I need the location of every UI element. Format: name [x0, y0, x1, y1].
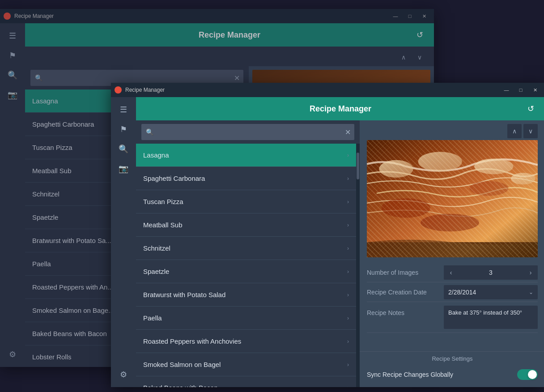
recipe-image-svg: [367, 140, 538, 257]
flag-icon-bg[interactable]: ⚑: [4, 47, 21, 64]
meta-section: Number of Images ‹ 3 › Recip: [360, 263, 544, 351]
app-header-title-fg: Recipe Manager: [157, 104, 523, 114]
scrollbar-thumb-fg: [357, 153, 359, 179]
title-bar-bg: Recipe Manager — □ ✕: [0, 9, 434, 23]
search-field-icon-bg: 🔍: [35, 74, 42, 81]
svg-point-5: [418, 152, 462, 171]
nav-arrows-bg: ∧ ∨: [25, 47, 434, 66]
nav-arrows-fg: ∧ ∨: [360, 120, 544, 140]
image-count-next[interactable]: ›: [523, 265, 538, 280]
creation-date-value-wrap: 2/28/2014 ⌄: [444, 285, 538, 299]
close-button-fg[interactable]: ✕: [529, 85, 541, 94]
recipe-item-fg-7[interactable]: Paella ›: [136, 307, 356, 330]
list-wrap-fg: Lasagna › Spaghetti Carbonara › Tuscan P…: [136, 144, 360, 387]
main-area-fg: Recipe Manager ↺ 🔍 ✕: [136, 97, 544, 387]
window-foreground: Recipe Manager — □ ✕ ☰ ⚑ 🔍 📷 ⚙ Recipe Ma…: [111, 83, 544, 387]
creation-date-value: 2/28/2014: [448, 289, 476, 296]
recipe-item-fg-1[interactable]: Spaghetti Carbonara ›: [136, 167, 356, 190]
svg-rect-0: [367, 140, 538, 257]
sync-row: Sync Recipe Changes Globally: [367, 366, 538, 383]
notes-textarea[interactable]: Bake at 375° instead of 350°: [444, 306, 538, 329]
camera-icon-bg[interactable]: 📷: [4, 86, 21, 104]
creation-date-dropdown[interactable]: 2/28/2014 ⌄: [444, 285, 538, 299]
notes-row: Recipe Notes Bake at 375° instead of 350…: [367, 302, 538, 333]
recipe-item-fg-10[interactable]: Baked Beans with Bacon ›: [136, 376, 356, 387]
settings-icon-bg[interactable]: ⚙: [4, 345, 21, 363]
menu-icon-fg[interactable]: ☰: [115, 101, 132, 119]
prev-arrow-bg[interactable]: ∧: [396, 50, 411, 64]
content-split-fg: 🔍 ✕ Lasagna › Spaghetti Carbo: [136, 120, 544, 387]
recipe-item-fg-6[interactable]: Bratwurst with Potato Salad ›: [136, 283, 356, 307]
creation-date-row: Recipe Creation Date 2/28/2014 ⌄: [367, 282, 538, 302]
scrollbar-fg: [356, 144, 360, 387]
sync-label: Sync Recipe Changes Globally: [367, 371, 453, 378]
num-images-row: Number of Images ‹ 3 ›: [367, 263, 538, 282]
num-images-value-wrap: ‹ 3 ›: [444, 265, 538, 280]
notes-label: Recipe Notes: [367, 306, 438, 316]
next-arrow-bg[interactable]: ∨: [412, 50, 427, 64]
notes-value-wrap: Bake at 375° instead of 350°: [444, 306, 538, 329]
svg-point-7: [511, 173, 536, 184]
svg-point-1: [382, 198, 430, 218]
app-icon-fg: [115, 86, 122, 94]
svg-point-2: [469, 181, 508, 196]
settings-title: Recipe Settings: [367, 355, 538, 362]
prev-image-btn[interactable]: ∧: [507, 124, 522, 138]
search-clear-fg[interactable]: ✕: [345, 128, 351, 136]
svg-point-3: [421, 214, 479, 231]
title-bar-app-name-fg: Recipe Manager: [125, 87, 500, 93]
num-images-label: Number of Images: [367, 269, 438, 276]
search-clear-bg[interactable]: ✕: [234, 74, 240, 82]
recipe-item-fg-2[interactable]: Tuscan Pizza ›: [136, 190, 356, 213]
sync-toggle[interactable]: [517, 369, 538, 380]
app-icon-bg: [4, 13, 11, 20]
search-bar-fg: 🔍 ✕: [136, 120, 360, 144]
title-bar-app-name-bg: Recipe Manager: [14, 13, 389, 19]
search-icon-fg[interactable]: 🔍: [115, 140, 132, 158]
app-header-fg: Recipe Manager ↺: [136, 97, 544, 120]
minimize-button-fg[interactable]: —: [500, 85, 513, 94]
flag-icon-fg[interactable]: ⚑: [115, 120, 132, 138]
recipe-list-fg: Lasagna › Spaghetti Carbonara › Tuscan P…: [136, 144, 356, 387]
sidebar-bg: ☰ ⚑ 🔍 📷 ⚙: [0, 23, 25, 367]
recipe-image-fg: [367, 140, 538, 257]
recipe-item-fg-5[interactable]: Spaetzle ›: [136, 260, 356, 283]
recipe-item-fg-9[interactable]: Smoked Salmon on Bagel ›: [136, 353, 356, 376]
search-input-wrap-fg: 🔍 ✕: [141, 124, 354, 140]
refresh-button-fg[interactable]: ↺: [523, 102, 538, 116]
image-count-value: 3: [458, 269, 523, 276]
recipe-item-fg-8[interactable]: Roasted Peppers with Anchovies ›: [136, 330, 356, 353]
camera-icon-fg[interactable]: 📷: [115, 160, 132, 178]
creation-date-label: Recipe Creation Date: [367, 289, 438, 296]
settings-section: Recipe Settings Sync Recipe Changes Glob…: [360, 351, 544, 387]
recipe-list-panel-fg: 🔍 ✕ Lasagna › Spaghetti Carbo: [136, 120, 360, 387]
recipe-item-fg-3[interactable]: Meatball Sub ›: [136, 213, 356, 237]
refresh-button-bg[interactable]: ↺: [412, 28, 427, 42]
sidebar-fg: ☰ ⚑ 🔍 📷 ⚙: [111, 97, 136, 387]
title-bar-fg: Recipe Manager — □ ✕: [111, 83, 544, 97]
toggle-thumb: [528, 370, 537, 379]
app-header-title-bg: Recipe Manager: [47, 30, 412, 40]
maximize-button-bg[interactable]: □: [404, 12, 416, 21]
maximize-button-fg[interactable]: □: [514, 85, 527, 94]
svg-rect-8: [367, 242, 538, 257]
date-dropdown-chevron: ⌄: [529, 289, 533, 295]
settings-icon-fg[interactable]: ⚙: [115, 366, 132, 383]
app-content-fg: ☰ ⚑ 🔍 📷 ⚙ Recipe Manager ↺ 🔍: [111, 97, 544, 387]
header-controls-bg: ↺: [412, 28, 427, 42]
header-controls-fg: ↺: [523, 102, 538, 116]
search-icon-bg[interactable]: 🔍: [4, 66, 21, 84]
minimize-button-bg[interactable]: —: [389, 12, 402, 21]
menu-icon-bg[interactable]: ☰: [4, 27, 21, 45]
window-controls-bg: — □ ✕: [389, 12, 430, 21]
image-count-prev[interactable]: ‹: [444, 265, 458, 280]
recipe-image-content: [367, 140, 538, 257]
next-image-btn[interactable]: ∨: [523, 124, 538, 138]
search-input-fg[interactable]: [141, 124, 354, 140]
window-controls-fg: — □ ✕: [500, 85, 541, 94]
recipe-item-fg-0[interactable]: Lasagna ›: [136, 144, 356, 167]
image-counter: ‹ 3 ›: [444, 265, 538, 280]
recipe-item-fg-4[interactable]: Schnitzel ›: [136, 237, 356, 260]
close-button-bg[interactable]: ✕: [418, 12, 430, 21]
app-header-bg: Recipe Manager ↺: [25, 23, 434, 47]
